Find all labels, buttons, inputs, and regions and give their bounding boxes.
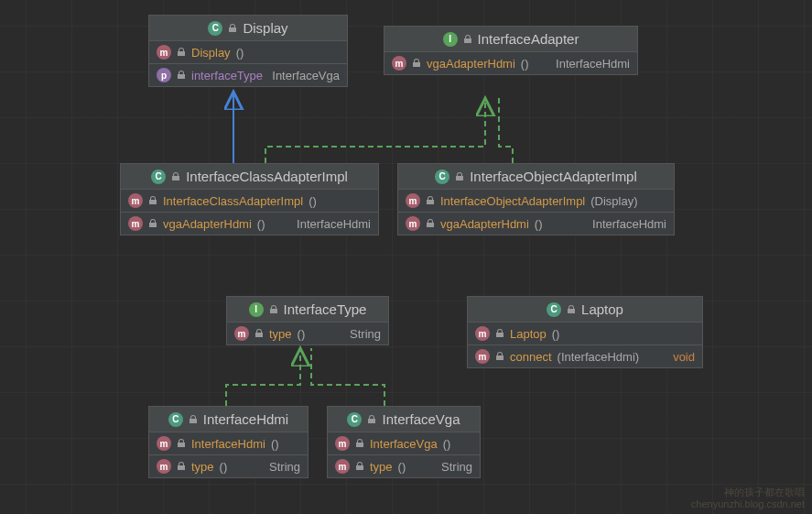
title-text: InterfaceHdmi <box>203 411 288 427</box>
member-name: connect <box>510 350 552 364</box>
member-type: String <box>350 327 381 341</box>
method-icon: m <box>128 193 143 208</box>
lock-icon <box>177 48 186 57</box>
lock-icon <box>254 329 264 338</box>
member-name: InterfaceClassAdapterImpl <box>163 194 303 208</box>
lock-icon <box>189 415 198 424</box>
title-text: InterfaceAdapter <box>478 31 579 47</box>
method-icon: m <box>475 326 490 341</box>
member-params: () <box>271 437 279 451</box>
lock-icon <box>495 352 504 361</box>
method-icon: m <box>392 56 406 71</box>
class-classadapter[interactable]: C InterfaceClassAdapterImpl m InterfaceC… <box>120 163 379 235</box>
member-name: type <box>370 460 393 474</box>
class-title: C InterfaceHdmi <box>149 407 308 432</box>
lock-icon <box>177 439 186 448</box>
title-text: InterfaceVga <box>382 411 460 427</box>
member-params: () <box>521 57 529 71</box>
class-display[interactable]: C Display m Display() p interfaceType In… <box>148 15 348 87</box>
member-name: InterfaceObjectAdapterImpl <box>440 194 585 208</box>
watermark: 神的孩子都在歌唱 chenyunzhi.blog.csdn.net <box>691 487 805 510</box>
interface-icon: I <box>249 302 264 317</box>
member-params: (InterfaceHdmi) <box>558 350 640 364</box>
method-icon: m <box>475 349 490 364</box>
class-laptop[interactable]: C Laptop m Laptop () m connect(Interface… <box>467 296 703 368</box>
lock-icon <box>355 439 364 448</box>
interface-icon: I <box>443 32 458 47</box>
lock-icon <box>567 305 576 314</box>
member-name: type <box>269 327 292 341</box>
member-name: Laptop <box>510 327 547 341</box>
member-row: m InterfaceHdmi () <box>149 432 308 455</box>
member-params: () <box>298 327 306 341</box>
lock-icon <box>171 172 180 181</box>
member-params: () <box>398 460 406 474</box>
class-icon: C <box>168 412 183 427</box>
member-name: InterfaceVga <box>370 437 438 451</box>
member-name: InterfaceHdmi <box>191 437 265 451</box>
lock-icon <box>463 35 472 44</box>
lock-icon <box>426 196 435 205</box>
method-icon: m <box>406 216 420 231</box>
method-icon: m <box>335 436 350 451</box>
watermark-line2: chenyunzhi.blog.csdn.net <box>691 498 805 509</box>
member-type: String <box>269 460 300 474</box>
member-params: (Display) <box>590 194 637 208</box>
member-params: () <box>443 437 451 451</box>
member-params: () <box>552 327 560 341</box>
lock-icon <box>367 415 376 424</box>
method-icon: m <box>335 459 350 474</box>
title-text: InterfaceObjectAdapterImpl <box>470 169 637 184</box>
class-icon: C <box>208 21 222 36</box>
method-icon: m <box>157 436 171 451</box>
interface-type[interactable]: I InterfaceType m type () String <box>226 296 389 345</box>
member-row: m type () String <box>149 455 308 477</box>
class-objectadapter[interactable]: C InterfaceObjectAdapterImpl m Interface… <box>397 163 675 235</box>
member-row: m connect(InterfaceHdmi) void <box>468 345 702 367</box>
member-row: m InterfaceVga () <box>328 432 480 455</box>
lock-icon <box>148 196 157 205</box>
method-icon: m <box>157 459 171 474</box>
class-title: C InterfaceClassAdapterImpl <box>121 164 378 190</box>
member-name: vgaAdapterHdmi <box>163 217 252 231</box>
lock-icon <box>177 462 186 471</box>
member-row: m Display() <box>149 41 347 64</box>
class-title: C InterfaceVga <box>328 407 480 432</box>
class-title: C InterfaceObjectAdapterImpl <box>398 164 674 190</box>
interface-adapter[interactable]: I InterfaceAdapter m vgaAdapterHdmi () I… <box>384 26 638 75</box>
class-title: C Laptop <box>468 297 702 323</box>
title-text: InterfaceClassAdapterImpl <box>186 169 348 184</box>
lock-icon <box>269 305 278 314</box>
member-row: m type () String <box>227 323 388 344</box>
member-row: m InterfaceClassAdapterImpl () <box>121 190 378 213</box>
member-row: m InterfaceObjectAdapterImpl (Display) <box>398 190 674 213</box>
member-params: () <box>257 217 265 231</box>
member-row: m vgaAdapterHdmi () InterfaceHdmi <box>121 213 378 235</box>
class-title: C Display <box>149 16 347 41</box>
member-name: vgaAdapterHdmi <box>440 217 529 231</box>
member-params: () <box>535 217 543 231</box>
lock-icon <box>495 329 504 338</box>
lock-icon <box>177 71 186 80</box>
class-title: I InterfaceAdapter <box>384 27 637 52</box>
title-text: Display <box>243 20 287 36</box>
lock-icon <box>412 59 421 68</box>
class-interfacehdmi[interactable]: C InterfaceHdmi m InterfaceHdmi () m typ… <box>148 406 309 478</box>
class-title: I InterfaceType <box>227 297 388 323</box>
member-row: m Laptop () <box>468 323 702 345</box>
member-type: InterfaceHdmi <box>556 57 630 71</box>
lock-icon <box>426 219 435 228</box>
class-icon: C <box>151 170 166 184</box>
member-params: () <box>309 194 317 208</box>
method-icon: m <box>128 216 143 231</box>
lock-icon <box>355 462 364 471</box>
method-icon: m <box>157 45 171 60</box>
class-interfacevga[interactable]: C InterfaceVga m InterfaceVga () m type … <box>327 406 481 478</box>
member-type: InterfaceHdmi <box>297 217 371 231</box>
member-name: Display <box>191 46 231 60</box>
member-type: void <box>673 350 695 364</box>
member-row: m type () String <box>328 455 480 477</box>
lock-icon <box>148 219 157 228</box>
class-icon: C <box>547 302 561 317</box>
lock-icon <box>455 172 464 181</box>
